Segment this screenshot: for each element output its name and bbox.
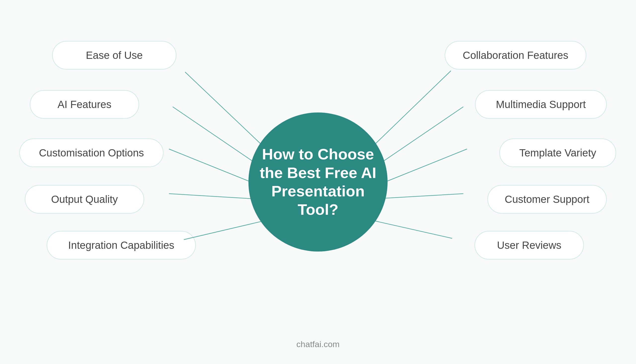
svg-line-6 — [378, 107, 463, 165]
svg-line-7 — [385, 149, 467, 182]
center-circle: How to Choosethe Best Free AIPresentatio… — [248, 112, 388, 252]
center-title: How to Choosethe Best Free AIPresentatio… — [250, 135, 386, 229]
svg-line-0 — [185, 72, 261, 144]
svg-line-2 — [169, 149, 251, 182]
svg-line-9 — [375, 221, 452, 238]
svg-line-3 — [169, 194, 251, 199]
svg-line-8 — [378, 194, 463, 199]
diagram-container: How to Choosethe Best Free AIPresentatio… — [0, 0, 636, 364]
svg-line-5 — [375, 71, 451, 144]
svg-line-1 — [173, 107, 258, 165]
